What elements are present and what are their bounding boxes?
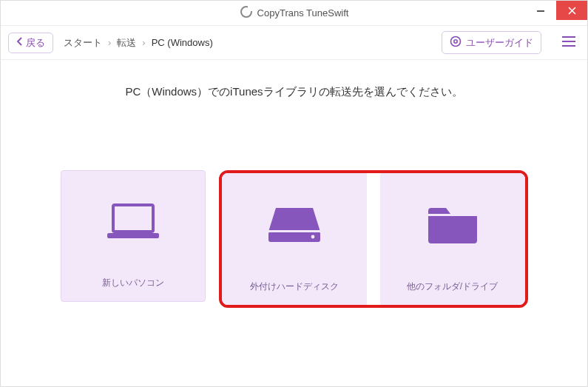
back-button[interactable]: 戻る bbox=[8, 33, 53, 53]
highlighted-group: 外付けハードディスク 他のフォルダ/ドライブ bbox=[219, 170, 528, 308]
breadcrumb-item[interactable]: スタート bbox=[64, 36, 102, 50]
svg-point-4 bbox=[454, 40, 457, 43]
content-area: PC（Windows）でのiTunesライブラリの転送先を選んでください。 新し… bbox=[1, 60, 587, 386]
help-icon bbox=[450, 36, 462, 50]
card-other-folder[interactable]: 他のフォルダ/ドライブ bbox=[380, 173, 525, 305]
app-title-group: CopyTrans TuneSwift bbox=[240, 5, 349, 21]
chevron-right-icon: › bbox=[108, 37, 111, 48]
card-external-hdd[interactable]: 外付けハードディスク bbox=[222, 173, 367, 305]
card-label: 他のフォルダ/ドライブ bbox=[407, 280, 498, 293]
svg-point-12 bbox=[311, 235, 314, 238]
minimize-button[interactable] bbox=[525, 1, 556, 20]
external-drive-icon bbox=[266, 173, 323, 275]
card-new-pc[interactable]: 新しいパソコン bbox=[61, 170, 206, 302]
svg-rect-1 bbox=[248, 5, 253, 11]
card-label: 外付けハードディスク bbox=[250, 280, 339, 293]
menu-button[interactable] bbox=[558, 32, 580, 54]
svg-rect-7 bbox=[562, 45, 575, 47]
destination-cards: 新しいパソコン 外付けハードディスク bbox=[61, 170, 528, 308]
svg-rect-5 bbox=[562, 36, 575, 38]
breadcrumb: スタート › 転送 › PC (Windows) bbox=[64, 36, 213, 50]
hamburger-icon bbox=[562, 36, 575, 50]
svg-rect-6 bbox=[562, 41, 575, 42]
toolbar: 戻る スタート › 転送 › PC (Windows) ユーザーガイド bbox=[1, 26, 587, 60]
svg-rect-11 bbox=[268, 230, 320, 232]
svg-rect-8 bbox=[113, 205, 153, 232]
folder-icon bbox=[425, 173, 480, 275]
svg-rect-9 bbox=[107, 233, 159, 238]
close-button[interactable] bbox=[556, 1, 587, 20]
svg-rect-2 bbox=[537, 10, 544, 12]
laptop-icon bbox=[104, 171, 162, 271]
breadcrumb-item-current: PC (Windows) bbox=[152, 37, 213, 48]
chevron-right-icon: › bbox=[142, 37, 145, 48]
window-controls bbox=[525, 1, 587, 20]
app-window: CopyTrans TuneSwift 戻る スタート › 転送 › PC (W… bbox=[0, 0, 588, 387]
breadcrumb-item[interactable]: 転送 bbox=[117, 36, 136, 50]
titlebar: CopyTrans TuneSwift bbox=[1, 1, 587, 26]
svg-rect-13 bbox=[428, 214, 477, 216]
user-guide-button[interactable]: ユーザーガイド bbox=[442, 31, 541, 54]
card-label: 新しいパソコン bbox=[102, 277, 164, 289]
page-heading: PC（Windows）でのiTunesライブラリの転送先を選んでください。 bbox=[125, 85, 462, 99]
app-title: CopyTrans TuneSwift bbox=[257, 7, 349, 18]
back-label: 戻る bbox=[26, 36, 45, 50]
chevron-left-icon bbox=[16, 37, 23, 48]
user-guide-label: ユーザーガイド bbox=[466, 36, 533, 50]
app-logo-icon bbox=[240, 5, 253, 21]
svg-point-3 bbox=[451, 37, 461, 47]
